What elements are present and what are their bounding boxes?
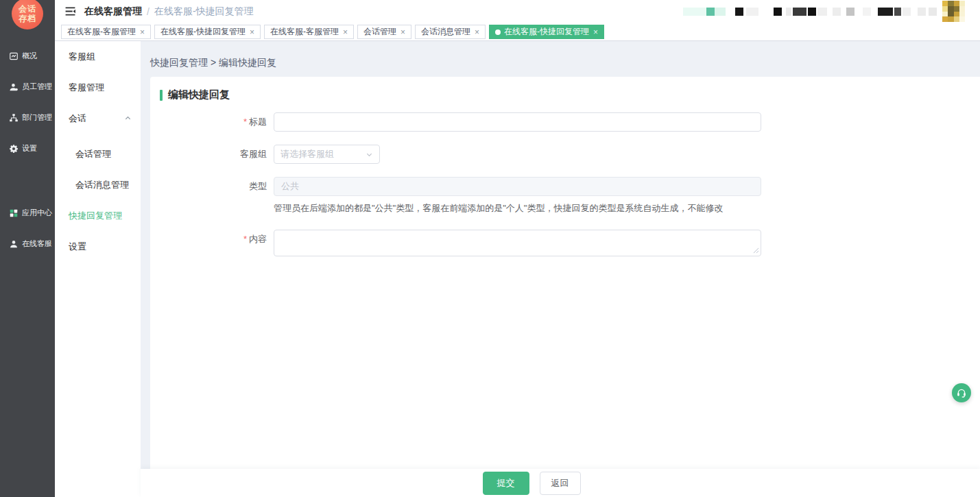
sidebar-item-label: 会话管理 bbox=[75, 149, 111, 159]
title-input[interactable] bbox=[274, 112, 761, 132]
sidebar-item-label: 客服组 bbox=[69, 51, 95, 62]
close-icon[interactable]: × bbox=[475, 28, 479, 36]
tab-label: 会话管理 bbox=[363, 25, 396, 38]
field-col: 公共 bbox=[274, 177, 761, 196]
redacted-header-area bbox=[683, 8, 937, 16]
tab-kuaijie-huifu-1[interactable]: 在线客服-快捷回复管理 × bbox=[154, 25, 261, 39]
sidebar-item-label: 概况 bbox=[22, 51, 37, 61]
form-footer: 提交 返回 bbox=[141, 469, 980, 497]
avatar-pixel bbox=[942, 6, 948, 12]
avatar-pixel bbox=[954, 16, 959, 22]
redacted-block bbox=[774, 8, 782, 16]
overview-chart-icon bbox=[9, 51, 19, 61]
form-row-group: 客服组 请选择客服组 bbox=[150, 145, 980, 164]
redacted-block bbox=[817, 8, 827, 16]
tab-label: 在线客服-快捷回复管理 bbox=[160, 25, 246, 38]
app-menu: 概况 员工管理 部门管理 设置 应用中心 在线客服 bbox=[0, 40, 55, 259]
group-label: 客服组 bbox=[240, 149, 267, 159]
edit-card: 编辑快捷回复 *标题 客服组 bbox=[150, 77, 980, 469]
field-col: 请选择客服组 bbox=[274, 145, 380, 164]
chevron-up-icon bbox=[124, 114, 132, 122]
redacted-block bbox=[683, 8, 706, 16]
redacted-block bbox=[793, 8, 806, 16]
tab-kuaijie-huifu-active[interactable]: 在线客服-快捷回复管理 × bbox=[489, 25, 604, 39]
group-select[interactable]: 请选择客服组 bbox=[274, 145, 380, 164]
logo-line2: 存档 bbox=[19, 14, 36, 23]
redacted-block bbox=[878, 8, 893, 16]
sidebar-item-label: 应用中心 bbox=[22, 208, 52, 218]
avatar-pixel bbox=[959, 16, 965, 22]
required-marker: * bbox=[243, 117, 247, 127]
submit-button[interactable]: 提交 bbox=[483, 472, 529, 495]
avatar-pixel bbox=[942, 16, 948, 22]
app-center-icon bbox=[9, 208, 19, 218]
content-label: 内容 bbox=[249, 234, 267, 244]
active-dot bbox=[495, 29, 501, 35]
sidebar-item-online-service[interactable]: 在线客服 bbox=[0, 228, 55, 259]
menu-fold-icon[interactable] bbox=[64, 5, 76, 17]
sidebar-item-label: 快捷回复管理 bbox=[69, 210, 122, 221]
sidebar-item-overview[interactable]: 概况 bbox=[0, 40, 55, 71]
header-right bbox=[683, 1, 965, 22]
tab-label: 在线客服-客服管理 bbox=[270, 25, 339, 38]
close-icon[interactable]: × bbox=[250, 28, 254, 36]
logo-line1: 会话 bbox=[19, 4, 36, 14]
redacted-block bbox=[706, 8, 715, 16]
avatar-pixel bbox=[954, 6, 959, 12]
breadcrumb: 快捷回复管理 > 编辑快捷回复 bbox=[150, 57, 276, 69]
back-button[interactable]: 返回 bbox=[540, 472, 581, 495]
type-value: 公共 bbox=[281, 180, 299, 193]
redacted-block bbox=[863, 8, 871, 16]
breadcrumb-current: 在线客服-快捷回复管理 bbox=[154, 5, 254, 18]
headset-icon bbox=[956, 387, 967, 398]
card-title: 编辑快捷回复 bbox=[168, 88, 230, 101]
redacted-block bbox=[715, 8, 726, 16]
close-icon[interactable]: × bbox=[140, 28, 145, 36]
close-icon[interactable]: × bbox=[593, 28, 598, 36]
customer-service-float-button[interactable] bbox=[952, 383, 971, 402]
sidebar-item-departments[interactable]: 部门管理 bbox=[0, 102, 55, 133]
online-service-icon bbox=[9, 239, 19, 249]
tab-huihua-xiaoxi[interactable]: 会话消息管理 × bbox=[415, 25, 486, 39]
redacted-block bbox=[918, 8, 926, 16]
sidebar-item-label: 设置 bbox=[22, 143, 37, 154]
field-label: 客服组 bbox=[150, 145, 274, 164]
select-placeholder: 请选择客服组 bbox=[280, 148, 334, 160]
sidebar-item-kuaijie-huifu[interactable]: 快捷回复管理 bbox=[55, 200, 141, 231]
tab-kefu-guanli-1[interactable]: 在线客服-客服管理 × bbox=[61, 25, 151, 39]
type-input-disabled: 公共 bbox=[274, 177, 761, 196]
tab-huihua-guanli[interactable]: 会话管理 × bbox=[357, 25, 411, 39]
tab-label: 在线客服-客服管理 bbox=[67, 25, 136, 38]
tab-kefu-guanli-2[interactable]: 在线客服-客服管理 × bbox=[264, 25, 354, 39]
app-sidebar: 会话 存档 概况 员工管理 部门管理 设置 应用中心 bbox=[0, 0, 55, 497]
field-col bbox=[274, 112, 761, 132]
close-icon[interactable]: × bbox=[343, 28, 348, 36]
redacted-block bbox=[903, 8, 911, 16]
sidebar-item-huihua-guanli[interactable]: 会话管理 bbox=[55, 138, 141, 169]
avatar[interactable] bbox=[942, 1, 965, 22]
form-row-type: 类型 公共 bbox=[150, 177, 980, 196]
tab-label: 会话消息管理 bbox=[421, 25, 470, 38]
sidebar-item-label: 部门管理 bbox=[22, 112, 52, 123]
redacted-block bbox=[786, 8, 791, 16]
redacted-block bbox=[929, 8, 937, 16]
sidebar-item-kefu-guanli[interactable]: 客服管理 bbox=[55, 72, 141, 103]
sidebar-item-settings[interactable]: 设置 bbox=[0, 133, 55, 164]
avatar-pixel bbox=[948, 1, 953, 6]
redacted-block bbox=[833, 8, 841, 16]
app-logo[interactable]: 会话 存档 bbox=[12, 0, 43, 29]
sidebar-item-huihua-xiaoxi[interactable]: 会话消息管理 bbox=[55, 169, 141, 200]
content-textarea[interactable] bbox=[274, 230, 761, 256]
sidebar-item-app-center[interactable]: 应用中心 bbox=[0, 197, 55, 228]
sidebar-item-employees[interactable]: 员工管理 bbox=[0, 71, 55, 102]
sidebar-group-huihua[interactable]: 会话 bbox=[55, 103, 141, 134]
sidebar-item-shezhi[interactable]: 设置 bbox=[55, 231, 141, 262]
avatar-pixel bbox=[948, 6, 953, 12]
redacted-block bbox=[894, 8, 901, 16]
sidebar-item-label: 客服管理 bbox=[69, 82, 104, 93]
form-row-title: *标题 bbox=[150, 112, 980, 132]
avatar-pixel bbox=[959, 6, 965, 12]
sidebar-item-kefuzu[interactable]: 客服组 bbox=[55, 41, 141, 72]
type-label: 类型 bbox=[249, 181, 267, 191]
close-icon[interactable]: × bbox=[401, 28, 405, 36]
